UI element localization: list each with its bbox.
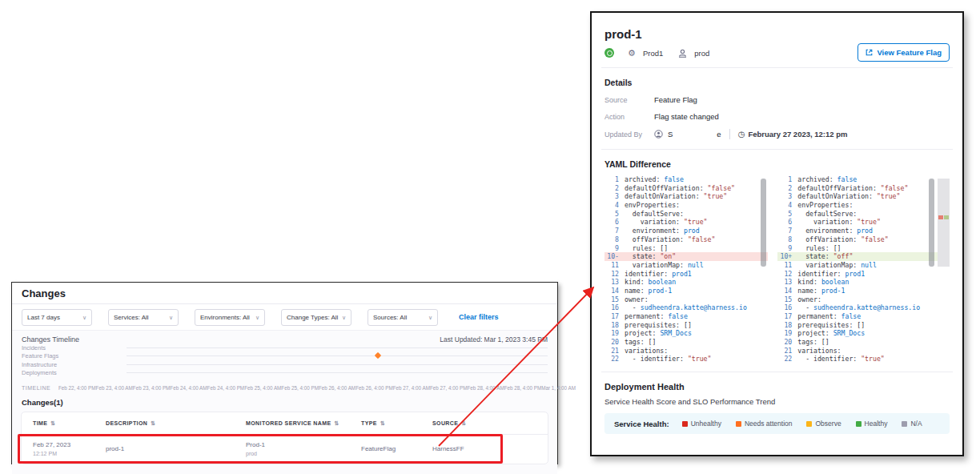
yaml-line-text: defaultServe:	[797, 210, 857, 219]
timeline-row: Feature Flags	[22, 352, 548, 361]
column-header[interactable]: DESCRIPTION⇅	[106, 420, 246, 427]
change-event-marker[interactable]	[375, 352, 381, 359]
legend-label: Needs attention	[745, 420, 793, 428]
yaml-diff-title: YAML Difference	[604, 159, 950, 169]
yaml-line: 13kind: boolean	[604, 278, 768, 287]
column-header[interactable]: TIME⇅	[33, 420, 106, 427]
yaml-line: 17permanent: false	[604, 312, 768, 321]
yaml-line: 18prerequisites: []	[777, 321, 950, 330]
detail-title: prod-1	[604, 27, 950, 41]
services-dropdown[interactable]: Services: All ∨	[108, 309, 179, 326]
timeline-tick: Mar 1, 4:00 AM	[541, 385, 576, 391]
yaml-line-text: defaultOnVariation: "true"	[797, 192, 900, 201]
timeline-row-label: Incidents	[22, 344, 127, 351]
minimap-removed-mark	[938, 215, 943, 219]
timeline-tick: Feb 25, 4:00 PM	[281, 385, 319, 391]
column-header[interactable]: MONITORED SERVICE NAME⇅	[246, 420, 361, 427]
yaml-line: 18prerequisites: []	[604, 321, 768, 330]
cell-service-sub: prod	[246, 450, 361, 457]
change-types-dropdown[interactable]: Change Types: All ∨	[281, 309, 351, 326]
yaml-pane-before: 1archived: false2defaultOffVariation: "f…	[604, 175, 768, 364]
yaml-line-text: defaultOffVariation: "false"	[625, 184, 735, 193]
legend-item: Needs attention	[736, 420, 793, 428]
yaml-line: 9 rules: []	[604, 244, 768, 253]
line-number: 18	[777, 321, 792, 330]
action-label: Action	[604, 113, 654, 121]
yaml-line: 19project: SRM_Docs	[604, 329, 768, 338]
line-number: 17	[777, 312, 792, 321]
legend-title: Service Health:	[614, 420, 669, 428]
diff-scrollbar[interactable]	[761, 179, 766, 267]
feature-flag-source-icon	[604, 48, 614, 58]
sources-dropdown[interactable]: Sources: All ∨	[368, 309, 438, 326]
cell-service: Prod-1	[246, 441, 361, 449]
diff-scrollbar[interactable]	[929, 179, 934, 267]
timeline-tick: Feb 28, 4:00 PM	[504, 385, 542, 391]
legend-swatch	[902, 421, 907, 427]
page-title: Changes	[12, 283, 557, 304]
updated-at: February 27 2023, 12:12 pm	[748, 130, 847, 139]
yaml-line-text: permanent: false	[625, 312, 688, 321]
sort-icon: ⇅	[380, 420, 385, 427]
yaml-line: 3defaultOnVariation: "true"	[777, 192, 950, 201]
yaml-line: 3defaultOnVariation: "true"	[604, 192, 768, 201]
yaml-line: 17permanent: false	[777, 312, 950, 321]
line-number: 1	[777, 175, 792, 184]
environments-dropdown[interactable]: Environments: All ∨	[195, 309, 265, 326]
timeline-tick: Feb 26, 4:00 PM	[355, 385, 393, 391]
chevron-down-icon: ∨	[342, 315, 346, 320]
yaml-line-text: - identifier: "true"	[625, 355, 711, 364]
legend-label: Unhealthy	[691, 420, 721, 428]
column-header[interactable]: SOURCE⇅	[432, 420, 548, 427]
yaml-line: 21variations:	[777, 347, 950, 356]
line-number: 10-	[604, 252, 619, 261]
line-number: 15	[604, 295, 619, 304]
line-number: 17	[604, 312, 619, 321]
line-number: 12	[777, 270, 792, 279]
line-number: 6	[777, 218, 792, 227]
legend-label: N/A	[910, 420, 922, 428]
details-section-title: Details	[604, 78, 950, 87]
line-number: 12	[604, 270, 619, 279]
clear-filters-link[interactable]: Clear filters	[459, 313, 499, 321]
yaml-line: 4envProperties:	[777, 201, 950, 210]
chevron-down-icon: ∨	[82, 315, 86, 320]
yaml-pane-after: 1archived: false2defaultOffVariation: "f…	[777, 175, 950, 364]
diff-minimap[interactable]	[938, 179, 950, 267]
sort-icon: ⇅	[151, 420, 155, 427]
line-number: 16	[777, 303, 792, 312]
timeline-tick: Feb 28, 4:00 AM	[467, 385, 504, 391]
yaml-line-text: defaultOffVariation: "false"	[797, 184, 908, 193]
yaml-line-text: name: prod-1	[797, 287, 845, 295]
yaml-line-text: variation: "true"	[797, 218, 881, 227]
changes-count: Changes(1)	[12, 392, 557, 410]
legend-label: Observe	[815, 420, 841, 428]
time-range-dropdown[interactable]: Last 7 days ∨	[22, 309, 92, 326]
timeline-tick: Feb 23, 4:00 PM	[133, 385, 171, 391]
yaml-line-text: identifier: prod1	[797, 270, 865, 279]
changes-timeline: Changes Timeline Last Updated: Mar 1, 20…	[12, 331, 557, 379]
column-header[interactable]: TYPE⇅	[361, 420, 432, 427]
line-number: 14	[777, 287, 792, 295]
line-number: 6	[604, 218, 619, 227]
line-number: 19	[604, 329, 619, 338]
legend-item: Healthy	[856, 420, 888, 428]
view-feature-flag-button[interactable]: View Feature Flag	[858, 43, 950, 62]
yaml-line: 12identifier: prod1	[604, 270, 768, 279]
yaml-line-text: rules: []	[625, 244, 668, 253]
table-row[interactable]: Feb 27, 2023 12:12 PM prod-1 Prod-1 prod…	[22, 434, 548, 464]
updated-by-label: Updated By	[604, 131, 654, 139]
timeline-row-label: Feature Flags	[22, 352, 127, 360]
yaml-line-text: state: "on"	[625, 252, 676, 261]
line-number: 5	[604, 210, 619, 219]
timeline-row-line	[127, 364, 548, 365]
yaml-line-text: archived: false	[797, 175, 857, 184]
service-health-legend: Service Health: UnhealthyNeeds attention…	[604, 413, 950, 434]
changes-table: TIME⇅DESCRIPTION⇅MONITORED SERVICE NAME⇅…	[21, 412, 548, 464]
yaml-line: 22 - identifier: "true"	[604, 355, 768, 364]
line-number: 10+	[777, 252, 792, 261]
yaml-line: 16 - sudheendra.katte@harness.io	[777, 303, 950, 312]
yaml-line-text: owner:	[797, 295, 821, 304]
yaml-line: 14name: prod-1	[777, 287, 950, 295]
line-number: 5	[777, 210, 792, 219]
